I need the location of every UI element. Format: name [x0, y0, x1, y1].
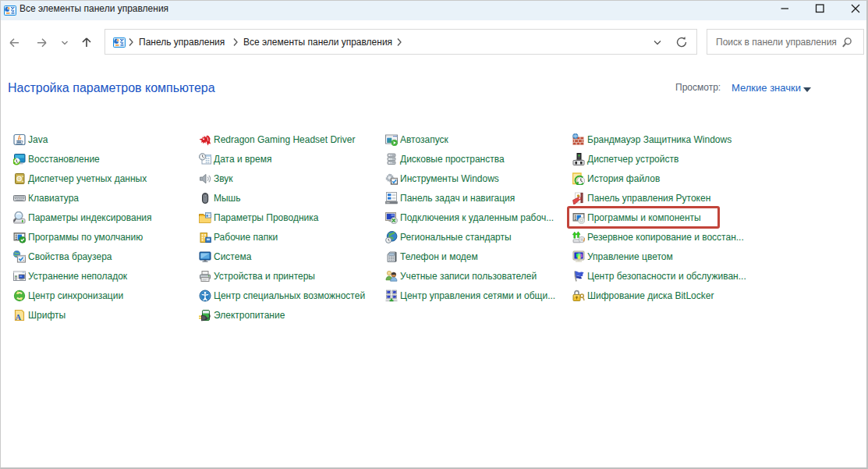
svg-text:A: A: [15, 313, 21, 322]
